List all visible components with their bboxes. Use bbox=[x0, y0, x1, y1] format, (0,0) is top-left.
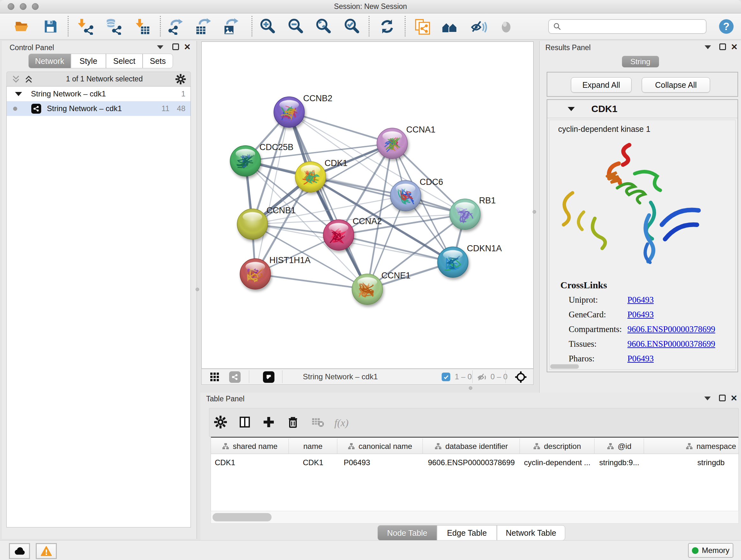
node-CDK1[interactable] bbox=[295, 162, 326, 192]
export-network-icon[interactable] bbox=[166, 17, 186, 37]
zoom-out-icon[interactable] bbox=[286, 17, 306, 37]
network-collection-row[interactable]: String Network – cdk1 1 bbox=[7, 86, 191, 101]
hidden-eye-icon[interactable] bbox=[477, 372, 488, 383]
pharos-link[interactable]: P06493 bbox=[627, 354, 654, 363]
export-table-icon[interactable] bbox=[193, 17, 213, 37]
results-horizontal-scrollbar[interactable] bbox=[550, 364, 579, 369]
network-graph[interactable]: CCNB2CCNA1CDC25BCDK1CDC6RB1CCNB1CCNA2CDK… bbox=[202, 42, 533, 368]
collection-disclosure-icon[interactable] bbox=[15, 92, 22, 96]
control-panel-maximize-icon[interactable] bbox=[172, 44, 179, 50]
uniprot-link[interactable]: P06493 bbox=[627, 295, 654, 305]
node-CCNB1[interactable] bbox=[237, 209, 268, 240]
horizontal-splitter-grip[interactable] bbox=[469, 386, 472, 390]
save-session-icon[interactable] bbox=[41, 17, 60, 37]
table-panel-float-icon[interactable] bbox=[704, 396, 711, 400]
refresh-icon[interactable] bbox=[377, 17, 397, 37]
grid-view-icon[interactable] bbox=[210, 372, 219, 383]
zoom-in-icon[interactable] bbox=[258, 17, 277, 37]
network-row[interactable]: String Network – cdk1 11 48 bbox=[7, 101, 191, 116]
tab-node-table[interactable]: Node Table bbox=[378, 525, 437, 541]
import-table-icon[interactable] bbox=[132, 17, 151, 37]
cell-namespace[interactable]: stringdb bbox=[644, 455, 739, 470]
tissues-link[interactable]: 9606.ENSP00000378699 bbox=[627, 339, 715, 349]
warning-button[interactable] bbox=[36, 543, 57, 559]
collapse-all-button[interactable]: Collapse All bbox=[642, 77, 710, 92]
collapse-all-icon[interactable] bbox=[11, 74, 21, 84]
genecard-link[interactable]: P06493 bbox=[627, 310, 654, 319]
node-CCNB2[interactable] bbox=[274, 97, 305, 127]
results-panel-float-icon[interactable] bbox=[704, 45, 711, 49]
node-CCNE1[interactable] bbox=[352, 274, 383, 305]
open-session-icon[interactable] bbox=[12, 17, 31, 37]
inactive-eye-icon[interactable] bbox=[496, 17, 516, 37]
cell-database-identifier[interactable]: 9606.ENSP00000378699 bbox=[423, 455, 520, 470]
control-panel-float-icon[interactable] bbox=[157, 45, 163, 49]
show-columns-icon[interactable] bbox=[238, 415, 252, 430]
cdk1-disclosure-icon[interactable] bbox=[568, 107, 575, 111]
right-splitter-grip[interactable] bbox=[533, 210, 536, 213]
export-image-icon[interactable] bbox=[221, 17, 241, 37]
table-panel-maximize-icon[interactable] bbox=[719, 395, 726, 401]
results-panel-close-icon[interactable]: ✕ bbox=[731, 43, 738, 51]
node-RB1[interactable] bbox=[450, 199, 480, 230]
column-header-database-identifier[interactable]: database identifier bbox=[423, 439, 520, 454]
compartments-link[interactable]: 9606.ENSP00000378699 bbox=[627, 324, 715, 334]
tab-sets[interactable]: Sets bbox=[143, 54, 173, 68]
column-header-namespace[interactable]: namespace bbox=[644, 439, 739, 454]
cdk1-section-header[interactable]: CDK1 bbox=[547, 100, 738, 118]
network-share-view-icon[interactable] bbox=[229, 371, 241, 383]
memory-button[interactable]: Memory bbox=[688, 543, 733, 558]
node-CDC25B[interactable] bbox=[230, 145, 261, 176]
table-panel-close-icon[interactable]: ✕ bbox=[731, 394, 738, 402]
zoom-selected-icon[interactable] bbox=[342, 17, 361, 37]
birdseye-view-icon[interactable] bbox=[263, 371, 274, 383]
node-layer[interactable] bbox=[230, 97, 480, 305]
edge-HIST1H1A-CCNE1[interactable] bbox=[255, 274, 367, 289]
column-header-name[interactable]: name bbox=[289, 439, 337, 454]
column-header-canonical-name[interactable]: canonical name bbox=[337, 439, 423, 454]
left-splitter-grip[interactable] bbox=[196, 288, 199, 291]
delete-table-icon[interactable] bbox=[311, 415, 325, 430]
node-CCNA2[interactable] bbox=[323, 220, 354, 250]
delete-column-trash-icon[interactable] bbox=[286, 415, 300, 430]
cell-description[interactable]: cyclin-dependent ... bbox=[520, 455, 595, 470]
node-CDC6[interactable] bbox=[390, 180, 421, 211]
selected-nodes-checkbox[interactable] bbox=[442, 373, 450, 381]
results-panel-maximize-icon[interactable] bbox=[719, 44, 726, 50]
cell-canonical-name[interactable]: P06493 bbox=[337, 455, 423, 470]
share-document-icon[interactable] bbox=[412, 17, 432, 37]
node-CDKN1A[interactable] bbox=[437, 247, 468, 277]
table-settings-gear-icon[interactable] bbox=[214, 415, 227, 430]
network-canvas[interactable]: CCNB2CCNA1CDC25BCDK1CDC6RB1CCNB1CCNA2CDK… bbox=[201, 42, 534, 369]
cell-name[interactable]: CDK1 bbox=[289, 455, 337, 470]
column-header-shared-name[interactable]: shared name bbox=[211, 439, 289, 454]
expand-all-button[interactable]: Expand All bbox=[571, 77, 631, 92]
help-icon[interactable]: ? bbox=[717, 17, 736, 37]
add-column-icon[interactable] bbox=[262, 415, 275, 430]
tab-select[interactable]: Select bbox=[106, 54, 143, 68]
gear-icon[interactable] bbox=[175, 74, 186, 84]
node-CCNA1[interactable] bbox=[377, 128, 408, 159]
tab-edge-table[interactable]: Edge Table bbox=[437, 525, 497, 541]
edge-CCNB2-HIST1H1A[interactable] bbox=[255, 112, 289, 274]
import-network-icon[interactable] bbox=[75, 17, 95, 37]
tab-style[interactable]: Style bbox=[71, 54, 106, 68]
zoom-fit-icon[interactable] bbox=[313, 17, 333, 37]
function-builder-icon[interactable]: f(x) bbox=[334, 417, 348, 429]
crosshair-icon[interactable] bbox=[514, 370, 528, 385]
tab-network-table[interactable]: Network Table bbox=[497, 525, 565, 541]
cloud-button[interactable] bbox=[9, 543, 30, 559]
import-network-database-icon[interactable] bbox=[104, 17, 123, 37]
expand-all-icon[interactable] bbox=[24, 74, 33, 84]
node-HIST1H1A[interactable] bbox=[240, 259, 271, 289]
table-horizontal-scrollbar[interactable] bbox=[211, 511, 739, 523]
home-pages-icon[interactable] bbox=[441, 17, 460, 37]
column-header--id[interactable]: @id bbox=[595, 439, 644, 454]
cell--id[interactable]: stringdb:9... bbox=[595, 455, 644, 470]
tab-network[interactable]: Network bbox=[28, 54, 71, 68]
edge-CCNB2-CCNA1[interactable] bbox=[289, 112, 392, 143]
scrollbar-thumb[interactable] bbox=[212, 513, 272, 521]
hide-panel-eye-icon[interactable] bbox=[468, 17, 488, 37]
tab-string[interactable]: String bbox=[622, 56, 659, 67]
search-input[interactable] bbox=[562, 22, 706, 30]
